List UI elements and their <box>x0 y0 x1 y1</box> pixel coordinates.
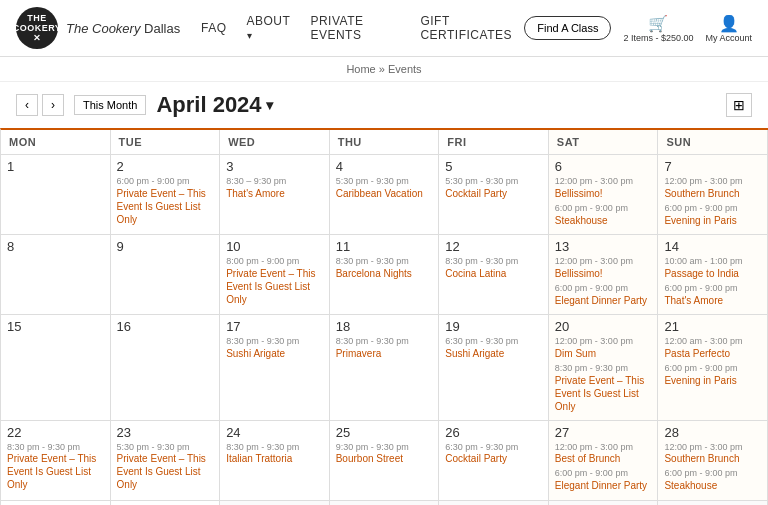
calendar-event[interactable]: 6:00 pm - 9:00 pmElegant Dinner Party <box>555 283 652 307</box>
calendar-cell[interactable]: 30 <box>111 501 221 505</box>
event-time: 12:00 pm - 3:00 pm <box>555 442 652 453</box>
calendar-cell[interactable]: 235:30 pm - 9:30 pmPrivate Event – This … <box>111 421 221 501</box>
calendar-event[interactable]: 6:00 pm - 9:00 pmSteakhouse <box>555 203 652 227</box>
event-time: 8:00 pm - 9:00 pm <box>226 256 323 267</box>
calendar-event[interactable]: 5:30 pm - 9:30 pmCocktail Party <box>445 176 542 200</box>
calendar-cell[interactable]: 178:30 pm - 9:30 pmSushi Arigate <box>220 315 330 421</box>
calendar-cell[interactable]: 55:30 pm - 9:30 pmCocktail Party <box>439 155 549 235</box>
calendar-event[interactable]: 6:00 pm - 9:00 pmEvening in Paris <box>664 363 761 387</box>
calendar-event[interactable]: 6:00 pm - 9:00 pmEvening in Paris <box>664 203 761 227</box>
calendar-cell[interactable]: 2112:00 am - 3:00 pmPasta Perfecto6:00 p… <box>658 315 768 421</box>
calendar-cell[interactable]: 196:30 pm - 9:30 pmSushi Arigate <box>439 315 549 421</box>
calendar-cell[interactable]: 188:30 pm - 9:30 pmPrimavera <box>330 315 440 421</box>
calendar-cell[interactable]: 4 <box>549 501 659 505</box>
event-name: Bellissimo! <box>555 267 652 280</box>
event-time: 5:30 pm - 9:30 pm <box>117 442 214 453</box>
calendar-cell[interactable]: 712:00 pm - 3:00 pmSouthern Brunch6:00 p… <box>658 155 768 235</box>
day-number: 25 <box>336 425 433 440</box>
calendar-cell[interactable]: 29 <box>1 501 111 505</box>
cart-label: 2 Items - $250.00 <box>623 33 693 43</box>
calendar-event[interactable]: 10:00 am - 1:00 pmPassage to India <box>664 256 761 280</box>
calendar-event[interactable]: 8:00 pm - 9:00 pmPrivate Event – This Ev… <box>226 256 323 306</box>
day-number: 7 <box>664 159 761 174</box>
breadcrumb-home[interactable]: Home <box>346 63 375 75</box>
calendar-cell[interactable]: 26:00 pm - 9:00 pmPrivate Event – This E… <box>111 155 221 235</box>
calendar-event[interactable]: 5:30 pm - 9:30 pmPrivate Event – This Ev… <box>117 442 214 492</box>
calendar-event[interactable]: 8:30 pm - 9:30 pmPrimavera <box>336 336 433 360</box>
calendar-title[interactable]: April 2024 ▾ <box>156 92 272 118</box>
calendar-cell[interactable]: 228:30 pm - 9:30 pmPrivate Event – This … <box>1 421 111 501</box>
calendar-cell[interactable]: 3 <box>439 501 549 505</box>
calendar-cell[interactable]: 108:00 pm - 9:00 pmPrivate Event – This … <box>220 235 330 315</box>
calendar-event[interactable]: 8:30 pm - 9:30 pmCocina Latina <box>445 256 542 280</box>
calendar-cell[interactable]: 612:00 pm - 3:00 pmBellissimo!6:00 pm - … <box>549 155 659 235</box>
calendar-cell[interactable]: 248:30 pm - 9:30 pmItalian Trattoria <box>220 421 330 501</box>
day-number: 5 <box>445 159 542 174</box>
calendar-event[interactable]: 8:30 pm - 9:30 pmPrivate Event – This Ev… <box>555 363 652 413</box>
nav-gift-certificates[interactable]: GIFT CERTIFICATES <box>420 14 524 42</box>
event-time: 12:00 pm - 3:00 pm <box>555 176 652 187</box>
calendar-cell[interactable]: 16 <box>111 315 221 421</box>
calendar-event[interactable]: 8:30 pm - 9:30 pmPrivate Event – This Ev… <box>7 442 104 492</box>
calendar-event[interactable]: 12:00 pm - 3:00 pmDim Sum <box>555 336 652 360</box>
day-number: 26 <box>445 425 542 440</box>
calendar-event[interactable]: 6:30 pm - 9:30 pmCocktail Party <box>445 442 542 466</box>
event-time: 5:30 pm - 9:30 pm <box>336 176 433 187</box>
day-number: 12 <box>445 239 542 254</box>
calendar-event[interactable]: 6:30 pm - 9:30 pmSushi Arigate <box>445 336 542 360</box>
calendar-cell[interactable]: 8 <box>1 235 111 315</box>
calendar-event[interactable]: 12:00 pm - 3:00 pmBellissimo! <box>555 176 652 200</box>
day-number: 11 <box>336 239 433 254</box>
calendar-event[interactable]: 6:00 pm - 9:00 pmThat's Amore <box>664 283 761 307</box>
calendar-event[interactable]: 8:30 pm - 9:30 pmBarcelona Nights <box>336 256 433 280</box>
find-class-button[interactable]: Find A Class <box>524 16 611 40</box>
grid-view-button[interactable]: ⊞ <box>726 93 752 117</box>
event-name: Elegant Dinner Party <box>555 479 652 492</box>
calendar-cell[interactable]: 266:30 pm - 9:30 pmCocktail Party <box>439 421 549 501</box>
day-number: 18 <box>336 319 433 334</box>
calendar-cell[interactable]: 9 <box>111 235 221 315</box>
prev-month-button[interactable]: ‹ <box>16 94 38 116</box>
calendar-event[interactable]: 12:00 pm - 3:00 pmBest of Brunch <box>555 442 652 466</box>
event-time: 8:30 pm - 9:30 pm <box>7 442 104 453</box>
calendar-cell[interactable]: 1 <box>1 155 111 235</box>
nav-private-events[interactable]: PRIVATE EVENTS <box>310 14 400 42</box>
calendar-event[interactable]: 12:00 pm - 3:00 pmBellissimo! <box>555 256 652 280</box>
calendar-cell[interactable]: 1410:00 am - 1:00 pmPassage to India6:00… <box>658 235 768 315</box>
calendar-cell[interactable]: 5 <box>658 501 768 505</box>
calendar-event[interactable]: 6:00 pm - 9:00 pmPrivate Event – This Ev… <box>117 176 214 226</box>
calendar-cell[interactable]: 38:30 – 9:30 pmThat's Amore <box>220 155 330 235</box>
event-name: Cocktail Party <box>445 187 542 200</box>
calendar-event[interactable]: 6:00 pm - 9:00 pmElegant Dinner Party <box>555 468 652 492</box>
event-time: 8:30 – 9:30 pm <box>226 176 323 187</box>
account-icon: 👤 <box>719 14 739 33</box>
next-month-button[interactable]: › <box>42 94 64 116</box>
day-number: 9 <box>117 239 214 254</box>
calendar-event[interactable]: 12:00 pm - 3:00 pmSouthern Brunch <box>664 442 761 466</box>
calendar-cell[interactable]: 1312:00 pm - 3:00 pmBellissimo!6:00 pm -… <box>549 235 659 315</box>
calendar-event[interactable]: 12:00 pm - 3:00 pmSouthern Brunch <box>664 176 761 200</box>
calendar-cell[interactable]: 2812:00 pm - 3:00 pmSouthern Brunch6:00 … <box>658 421 768 501</box>
calendar-cell[interactable]: 1 <box>220 501 330 505</box>
calendar-cell[interactable]: 45:30 pm - 9:30 pmCaribbean Vacation <box>330 155 440 235</box>
calendar-cell[interactable]: 2012:00 pm - 3:00 pmDim Sum8:30 pm - 9:3… <box>549 315 659 421</box>
calendar-cell[interactable]: 2712:00 pm - 3:00 pmBest of Brunch6:00 p… <box>549 421 659 501</box>
account-area[interactable]: 👤 My Account <box>705 14 752 43</box>
calendar-event[interactable]: 8:30 – 9:30 pmThat's Amore <box>226 176 323 200</box>
cart-area[interactable]: 🛒 2 Items - $250.00 <box>623 14 693 43</box>
calendar-cell[interactable]: 2 <box>330 501 440 505</box>
calendar-event[interactable]: 12:00 am - 3:00 pmPasta Perfecto <box>664 336 761 360</box>
calendar-event[interactable]: 6:00 pm - 9:00 pmSteakhouse <box>664 468 761 492</box>
calendar-event[interactable]: 9:30 pm - 9:30 pmBourbon Street <box>336 442 433 466</box>
calendar-cell[interactable]: 15 <box>1 315 111 421</box>
nav-faq[interactable]: FAQ <box>201 21 227 35</box>
calendar-event[interactable]: 5:30 pm - 9:30 pmCaribbean Vacation <box>336 176 433 200</box>
calendar-event[interactable]: 8:30 pm - 9:30 pmSushi Arigate <box>226 336 323 360</box>
event-time: 10:00 am - 1:00 pm <box>664 256 761 267</box>
calendar-cell[interactable]: 118:30 pm - 9:30 pmBarcelona Nights <box>330 235 440 315</box>
nav-about[interactable]: ABOUT <box>247 14 291 42</box>
calendar-event[interactable]: 8:30 pm - 9:30 pmItalian Trattoria <box>226 442 323 466</box>
calendar-cell[interactable]: 259:30 pm - 9:30 pmBourbon Street <box>330 421 440 501</box>
this-month-button[interactable]: This Month <box>74 95 146 115</box>
calendar-cell[interactable]: 128:30 pm - 9:30 pmCocina Latina <box>439 235 549 315</box>
